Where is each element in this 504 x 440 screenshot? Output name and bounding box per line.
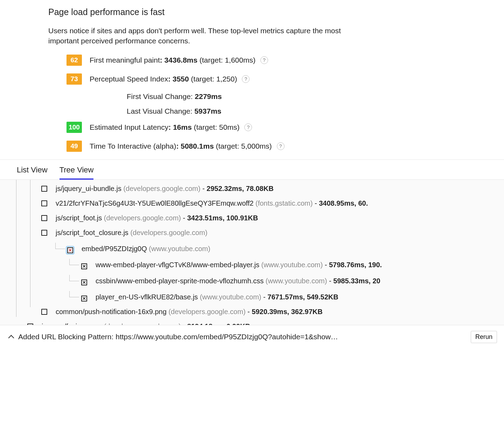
metric-row: 62First meaningful paint: 3436.8ms (targ… [66, 55, 504, 66]
metrics-list: 62First meaningful paint: 3436.8ms (targ… [0, 55, 504, 152]
tree-view-panel: js/jquery_ui-bundle.js (developers.googl… [0, 180, 504, 325]
help-icon[interactable]: ? [277, 142, 285, 150]
status-message: Added URL Blocking Pattern: https://www.… [18, 333, 466, 341]
tree-timing: 2952.32ms, 78.08KB [206, 185, 273, 192]
metric-label: Time To Interactive (alpha) [90, 142, 176, 150]
metric-value: : 16ms [168, 123, 192, 131]
tree-row: common/push-notification-16x9.png (devel… [13, 304, 504, 319]
sub-metric: Last Visual Change: 5937ms [127, 107, 504, 115]
help-icon[interactable]: ? [242, 75, 250, 83]
sub-metric-label: Last Visual Change: [127, 107, 192, 115]
chevron-up-icon[interactable] [8, 335, 14, 341]
tree-path: cssbin/www-embed-player-sprite-mode-vflo… [96, 277, 264, 285]
tab-list-view[interactable]: List View [17, 160, 48, 179]
sub-metric-label: First Visual Change: [127, 92, 193, 100]
tree-checkbox[interactable] [41, 215, 47, 221]
tree-host: (developers.google.com) [168, 308, 245, 315]
tree-host: (www.youtube.com) [266, 277, 327, 285]
sub-metric-value: 5937ms [194, 107, 221, 115]
view-tabs: List View Tree View [0, 159, 504, 180]
status-bar: Added URL Blocking Pattern: https://www.… [0, 325, 504, 349]
tree-host: (www.youtube.com) [261, 261, 323, 269]
tree-checkbox[interactable] [41, 309, 47, 315]
metric-target: (target: 5,000ms) [216, 142, 272, 150]
tree-row: js/script_foot_closure.js (developers.go… [13, 225, 504, 240]
tree-checkbox[interactable] [81, 279, 87, 285]
score-badge: 49 [66, 141, 82, 152]
metric-text: First meaningful paint: 3436.8ms (target… [90, 56, 255, 64]
tree-host: (www.youtube.com) [200, 293, 261, 301]
tree-connector [55, 243, 65, 249]
tree-host: (www.youtube.com) [149, 245, 210, 253]
tree-row: cssbin/www-embed-player-sprite-mode-vflo… [13, 272, 504, 288]
metric-text: Estimated Input Latency: 16ms (target: 5… [90, 123, 239, 132]
tree-path: common/push-notification-16x9.png [56, 308, 167, 315]
tree-row: v21/2fcrYFNaTjcS6g4U3t-Y5UEw0lE80llgEseQ… [13, 196, 504, 211]
tree-timing: 5985.33ms, 20 [333, 277, 380, 285]
score-badge: 73 [66, 73, 82, 85]
tree-connector [69, 291, 79, 297]
sub-metric-value: 2279ms [195, 92, 222, 100]
tree-row: js/script_foot.js (developers.google.com… [13, 211, 504, 225]
metric-value: : 5080.1ms [176, 142, 214, 150]
tree-row: images/favicon.png (developers.google.co… [13, 319, 504, 325]
metric-target: (target: 50ms) [194, 123, 240, 131]
help-icon[interactable]: ? [244, 123, 252, 131]
score-badge: 62 [66, 55, 82, 66]
tree-host: (developers.google.com) [123, 185, 200, 192]
rerun-button[interactable]: Rerun [471, 331, 497, 343]
tree-timing: 5920.39ms, 362.97KB [252, 308, 322, 315]
metric-row: 100Estimated Input Latency: 16ms (target… [66, 122, 504, 133]
tree-checkbox[interactable] [41, 230, 47, 236]
metric-text: Perceptual Speed Index: 3550 (target: 1,… [90, 75, 237, 83]
tree-path: images/favicon.png [42, 322, 102, 325]
metric-label: First meaningful paint [90, 56, 160, 64]
tree-host: (developers.google.com) [104, 322, 181, 325]
sub-metric: First Visual Change: 2279ms [127, 92, 504, 101]
tab-tree-view[interactable]: Tree View [59, 160, 94, 179]
tree-row: embed/P95ZDIzjg0Q (www.youtube.com) [13, 240, 504, 256]
tree-row: www-embed-player-vflgCTvK8/www-embed-pla… [13, 256, 504, 272]
tree-timing: 3423.51ms, 100.91KB [187, 214, 258, 222]
metric-row: 73Perceptual Speed Index: 3550 (target: … [66, 73, 504, 85]
tree-connector [69, 259, 79, 265]
tree-row: player_en-US-vflkRUE82/base.js (www.yout… [13, 288, 504, 304]
tree-host: (fonts.gstatic.com) [255, 199, 313, 207]
tree-row: js/jquery_ui-bundle.js (developers.googl… [13, 181, 504, 196]
tree-checkbox[interactable] [41, 186, 47, 192]
tree-path: player_en-US-vflkRUE82/base.js [96, 293, 198, 301]
metric-label: Perceptual Speed Index [90, 75, 168, 83]
score-badge: 100 [66, 122, 82, 133]
tree-timing: 5798.76ms, 190. [329, 261, 382, 269]
tree-timing: 7671.57ms, 549.52KB [267, 293, 338, 301]
metric-value: : 3550 [168, 75, 189, 83]
page-title: Page load performance is fast [48, 7, 504, 17]
tree-checkbox[interactable] [67, 247, 73, 253]
tree-checkbox[interactable] [81, 296, 87, 301]
tree-checkbox[interactable] [41, 200, 47, 206]
tree-host: (developers.google.com) [104, 214, 181, 222]
metric-target: (target: 1,250) [191, 75, 237, 83]
page-subtitle: Users notice if sites and apps don't per… [48, 26, 363, 46]
help-icon[interactable]: ? [260, 56, 268, 64]
tree-host: (developers.google.com) [130, 229, 207, 236]
tree-path: js/script_foot.js [56, 214, 102, 222]
metric-label: Estimated Input Latency [90, 123, 168, 131]
tree-path: www-embed-player-vflgCTvK8/www-embed-pla… [96, 261, 259, 269]
tree-timing: 8194.18ms, 0.99KB [187, 322, 250, 325]
tree-path: js/script_foot_closure.js [56, 229, 128, 236]
tree-timing: 3408.95ms, 60. [319, 199, 368, 207]
tree-connector [69, 275, 79, 281]
tree-path: js/jquery_ui-bundle.js [56, 185, 121, 192]
metric-text: Time To Interactive (alpha): 5080.1ms (t… [90, 142, 272, 150]
tree-path: v21/2fcrYFNaTjcS6g4U3t-Y5UEw0lE80llgEseQ… [56, 199, 253, 207]
tree-checkbox[interactable] [27, 324, 33, 325]
tree-checkbox[interactable] [81, 263, 87, 269]
metric-value: : 3436.8ms [160, 56, 197, 64]
tree-path: embed/P95ZDIzjg0Q [82, 245, 147, 253]
metric-row: 49Time To Interactive (alpha): 5080.1ms … [66, 141, 504, 152]
metric-target: (target: 1,600ms) [200, 56, 255, 64]
